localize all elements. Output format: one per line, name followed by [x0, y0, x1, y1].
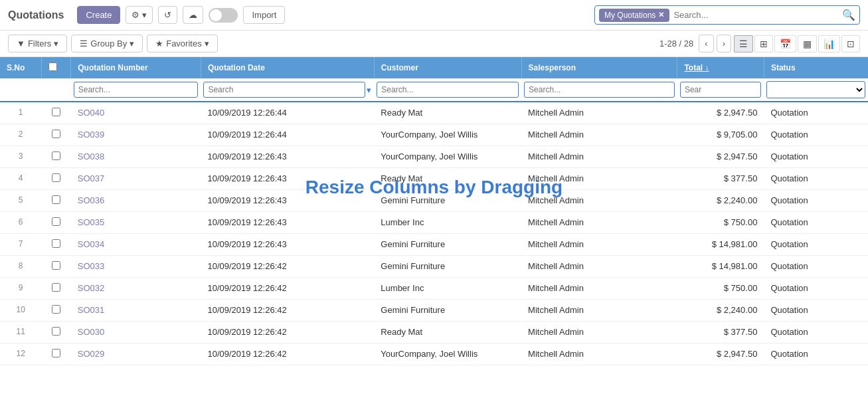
row-qnum[interactable]: SO035 — [71, 212, 201, 234]
row-status: Quotation — [764, 190, 868, 212]
row-qnum[interactable]: SO032 — [71, 278, 201, 300]
row-checkbox-cell — [41, 278, 70, 300]
grid-view-button[interactable]: ▦ — [798, 35, 817, 52]
import-button[interactable]: Import — [243, 6, 285, 24]
row-qdate: 10/09/2019 12:26:43 — [201, 234, 374, 256]
row-checkbox[interactable] — [52, 305, 60, 314]
row-total: $ 9,705.00 — [677, 365, 764, 371]
row-checkbox[interactable] — [52, 349, 60, 357]
table-container: Resize Columns by Dragging S.No Quotatio… — [0, 57, 868, 371]
row-qdate: 10/09/2019 12:26:43 — [201, 190, 374, 212]
col-salesperson[interactable]: Salesperson — [521, 57, 677, 78]
chart-view-button[interactable]: 📊 — [818, 35, 840, 52]
table-row: 5SO03610/09/2019 12:26:43Gemini Furnitur… — [0, 190, 868, 212]
row-qnum[interactable]: SO030 — [71, 322, 201, 344]
row-customer: Gemini Furniture — [374, 256, 521, 278]
row-qnum[interactable]: SO034 — [71, 234, 201, 256]
row-qnum[interactable]: SO029 — [71, 344, 201, 365]
pager-next-button[interactable]: › — [717, 35, 731, 52]
toggle-switch[interactable] — [209, 8, 238, 23]
row-checkbox[interactable] — [52, 108, 60, 116]
row-number: 5 — [0, 190, 41, 212]
row-qnum[interactable]: SO033 — [71, 256, 201, 278]
row-qnum[interactable]: SO039 — [71, 124, 201, 146]
row-number: 9 — [0, 278, 41, 300]
row-checkbox-cell — [41, 365, 70, 371]
favorites-button[interactable]: ★ Favorites ▾ — [147, 35, 217, 52]
row-checkbox[interactable] — [52, 151, 60, 160]
col-total[interactable]: Total ↓ — [677, 57, 764, 78]
calendar-view-button[interactable]: 📅 — [774, 35, 796, 52]
row-status: Quotation — [764, 212, 868, 234]
row-customer: Ready Mat — [374, 168, 521, 190]
table-row: 4SO03710/09/2019 12:26:43Ready MatMitche… — [0, 168, 868, 190]
prev-icon: ‹ — [705, 39, 707, 49]
toggle-knob — [210, 9, 222, 21]
upload-icon: ☁ — [189, 10, 197, 20]
row-qnum[interactable]: SO031 — [71, 300, 201, 322]
list-view-button[interactable]: ☰ — [734, 35, 753, 52]
row-checkbox-cell — [41, 344, 70, 365]
main-search-input[interactable] — [669, 7, 842, 23]
row-salesperson: Mitchell Admin — [521, 344, 677, 365]
search-qnum-input[interactable] — [74, 82, 199, 98]
row-checkbox[interactable] — [52, 195, 60, 204]
col-customer[interactable]: Customer — [374, 57, 521, 78]
col-quotation-date[interactable]: Quotation Date — [201, 57, 374, 78]
upload-button[interactable]: ☁ — [183, 6, 203, 24]
pager-prev-button[interactable]: ‹ — [699, 35, 713, 52]
tag-close-button[interactable]: ✕ — [658, 11, 664, 19]
row-total: $ 9,705.00 — [677, 124, 764, 146]
row-salesperson: Mitchell Admin — [521, 234, 677, 256]
col-check[interactable] — [41, 57, 70, 78]
groupby-button[interactable]: ☰ Group By ▾ — [71, 35, 143, 52]
col-quotation-number[interactable]: Quotation Number — [71, 57, 201, 78]
list-icon: ☰ — [80, 39, 88, 49]
quotations-table: S.No Quotation Number Quotation Date Cus… — [0, 57, 868, 371]
row-total: $ 750.00 — [677, 278, 764, 300]
row-customer: Ready Mat — [374, 322, 521, 344]
row-checkbox-cell — [41, 322, 70, 344]
table-row: 13SO02810/09/2019 12:26:42YourCompany, J… — [0, 365, 868, 371]
pager-info: 1-28 / 28 — [659, 39, 693, 49]
col-status[interactable]: Status — [764, 57, 868, 78]
row-checkbox[interactable] — [52, 130, 60, 138]
kanban-view-button[interactable]: ⊞ — [754, 35, 773, 52]
search-customer-input[interactable] — [377, 82, 519, 98]
col-no[interactable]: S.No — [0, 57, 41, 78]
row-qnum[interactable]: SO038 — [71, 146, 201, 168]
row-qdate: 10/09/2019 12:26:43 — [201, 212, 374, 234]
row-qnum[interactable]: SO028 — [71, 365, 201, 371]
row-checkbox[interactable] — [52, 327, 60, 336]
view-icons: ☰ ⊞ 📅 ▦ 📊 ⊡ — [734, 35, 860, 52]
row-number: 12 — [0, 344, 41, 365]
row-salesperson: Mitchell Admin — [521, 256, 677, 278]
select-all-checkbox[interactable] — [48, 62, 57, 71]
row-customer: YourCompany, Joel Willis — [374, 344, 521, 365]
search-total-input[interactable] — [680, 82, 761, 98]
search-salesperson-input[interactable] — [524, 82, 675, 98]
row-customer: Gemini Furniture — [374, 234, 521, 256]
row-checkbox[interactable] — [52, 217, 60, 226]
settings-button[interactable]: ⚙ ▾ — [126, 6, 153, 24]
search-qdate-input[interactable] — [203, 82, 365, 98]
table-row: 2SO03910/09/2019 12:26:44YourCompany, Jo… — [0, 124, 868, 146]
row-qnum[interactable]: SO037 — [71, 168, 201, 190]
row-checkbox[interactable] — [52, 239, 60, 248]
row-qnum[interactable]: SO036 — [71, 190, 201, 212]
row-checkbox-cell — [41, 212, 70, 234]
row-checkbox[interactable] — [52, 283, 60, 292]
search-status-select[interactable]: Quotation Sales Order — [766, 81, 865, 98]
refresh-button[interactable]: ↺ — [158, 6, 177, 24]
star-icon: ★ — [155, 39, 163, 49]
search-submit-button[interactable]: 🔍 — [842, 9, 855, 21]
row-qnum[interactable]: SO040 — [71, 102, 201, 124]
row-salesperson: Mitchell Admin — [521, 212, 677, 234]
create-button[interactable]: Create — [77, 6, 120, 24]
pivot-view-button[interactable]: ⊡ — [841, 35, 860, 52]
row-checkbox[interactable] — [52, 173, 60, 182]
row-checkbox[interactable] — [52, 261, 60, 270]
table-header-row: S.No Quotation Number Quotation Date Cus… — [0, 57, 868, 78]
row-total: $ 377.50 — [677, 168, 764, 190]
filters-button[interactable]: ▼ Filters ▾ — [8, 35, 67, 52]
